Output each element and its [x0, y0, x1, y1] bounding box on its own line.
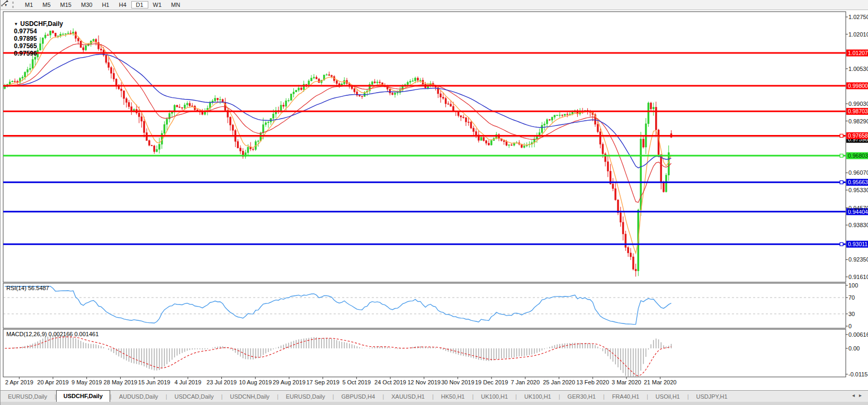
- ohlc-low-value: 0.97565: [14, 42, 37, 50]
- date-tick-label: 20 Apr 2019: [37, 379, 68, 385]
- price-tick-label: 0.99030: [848, 101, 868, 107]
- date-tick-label: 7 Jan 2020: [511, 379, 540, 385]
- macd-axis: 0.0061670.00-0.011531: [846, 331, 868, 377]
- price-tick-label: 1.02750: [848, 14, 868, 20]
- date-tick-label: 13 Feb 2020: [576, 379, 609, 385]
- date-tick-label: 15 Jun 2019: [138, 379, 171, 385]
- chart-tab-ger30-h1[interactable]: GER30,H1: [560, 391, 603, 402]
- chart-tab-usoil-h1[interactable]: USOil,H1: [648, 391, 687, 402]
- price-tick-label: 0.95330: [848, 187, 868, 193]
- price-tick-label: 0.98290: [848, 118, 868, 124]
- macd-panel: [3, 329, 846, 377]
- chart-symbol-label: USDCHF,Daily: [20, 20, 63, 28]
- macd-indicator-label: MACD(12,26,9) 0.002166 0.001461: [6, 331, 99, 337]
- rsi-tick-label: 0: [848, 323, 852, 329]
- rsi-value: 56.5487: [28, 285, 49, 291]
- tab-scroll-left-icon[interactable]: ◂: [852, 392, 859, 398]
- ohlc-close-value: 0.97596: [14, 50, 37, 57]
- date-tick-label: 24 Oct 2019: [374, 379, 406, 385]
- date-tick-label: 28 May 2019: [104, 379, 138, 385]
- macd-tick-label: 0.00: [848, 345, 860, 352]
- date-tick-label: 3 Mar 2020: [612, 379, 641, 385]
- rsi-tick-label: 30: [848, 311, 855, 317]
- price-tick-label: 0.91610: [848, 274, 868, 280]
- chart-tab-eurusd-daily[interactable]: EURUSD,Daily: [279, 391, 333, 402]
- date-tick-label: 12 Nov 2019: [408, 379, 441, 385]
- rsi-axis: 10070300: [846, 282, 858, 329]
- chart-tab-usdcad-daily[interactable]: USDCAD,Daily: [167, 391, 221, 402]
- collapse-chart-icon[interactable]: ▼: [14, 22, 18, 26]
- date-tick-label: 10 Aug 2019: [239, 379, 272, 385]
- svg-text:0.93011: 0.93011: [848, 241, 867, 247]
- date-tick-label: 25 Jan 2020: [543, 379, 575, 385]
- macd-tick-label: 0.006167: [848, 331, 868, 338]
- chart-title: ▼USDCHF,Daily 0.97754 0.97895 0.97565 0.…: [7, 13, 63, 65]
- chart-tab-hk50-h1[interactable]: HK50,H1: [434, 391, 472, 402]
- date-tick-label: 23 Jul 2019: [207, 379, 237, 385]
- rsi-tick-label: 70: [848, 294, 855, 301]
- chart-tab-uk100-h1[interactable]: UK100,H1: [473, 391, 515, 402]
- svg-text:0.98703: 0.98703: [848, 108, 868, 114]
- price-tick-label: 1.00530: [848, 66, 868, 72]
- date-tick-label: 5 Oct 2019: [342, 379, 371, 385]
- price-tick-label: 0.96070: [848, 169, 868, 176]
- mt4-window: ▾ M1M5M15M30H1H4D1W1MN 0.975961.012070.9…: [0, 0, 868, 405]
- chart-tab-xauusd-h1[interactable]: XAUUSD,H1: [384, 391, 432, 402]
- svg-text:0.99800: 0.99800: [848, 83, 868, 89]
- rsi-indicator-label: RSI(14) 56.5487: [6, 285, 49, 291]
- date-tick-label: 19 Dec 2019: [475, 379, 508, 385]
- chart-tab-audusd-daily[interactable]: AUDUSD,Daily: [112, 391, 166, 402]
- svg-text:0.97658: 0.97658: [848, 132, 868, 139]
- ohlc-open-value: 0.97754: [14, 28, 37, 35]
- chart-tab-usdchf-daily[interactable]: USDCHF,Daily: [56, 390, 110, 402]
- tab-scroll-right-icon[interactable]: ▸: [859, 392, 866, 398]
- svg-text:0.95663: 0.95663: [848, 179, 868, 185]
- hline-handle[interactable]: [840, 181, 843, 184]
- chart-tab-gbpusd-h4[interactable]: GBPUSD,H4: [334, 391, 383, 402]
- chart-tab-usdcnh-daily[interactable]: USDCNH,Daily: [222, 391, 277, 402]
- chart-tab-uk100-h1[interactable]: UK100,H1: [517, 391, 559, 402]
- ohlc-high-value: 0.97895: [14, 35, 37, 42]
- macd-signal-value: 0.001461: [74, 331, 99, 337]
- date-axis[interactable]: 2 Apr 201920 Apr 20199 May 201928 May 20…: [5, 377, 677, 385]
- price-axis: 0.975961.012070.998000.987030.976580.968…: [846, 14, 868, 280]
- date-tick-label: 2 Apr 2019: [5, 379, 33, 385]
- price-chart-canvas: 0.975961.012070.998000.987030.976580.968…: [1, 0, 868, 405]
- chart-tab-usdjpy-h1[interactable]: USDJPY,H1: [689, 391, 735, 402]
- macd-tick-label: -0.011531: [848, 371, 868, 377]
- hline-handle[interactable]: [840, 154, 843, 157]
- svg-text:0.96803: 0.96803: [848, 152, 868, 159]
- tab-scroll-buttons: ◂▸: [852, 392, 866, 398]
- date-tick-label: 17 Sep 2019: [306, 379, 339, 385]
- chart-tab-fra40-h1[interactable]: FRA40,H1: [605, 391, 647, 402]
- date-tick-label: 30 Nov 2019: [441, 379, 474, 385]
- rsi-panel: [3, 283, 846, 328]
- price-tick-label: 1.02010: [848, 31, 868, 38]
- chart-tab-eurusd-daily[interactable]: EURUSD,Daily: [1, 391, 55, 402]
- hline-handle[interactable]: [840, 134, 843, 137]
- date-tick-label: 4 Jul 2019: [174, 379, 201, 385]
- date-tick-label: 9 May 2019: [71, 379, 102, 385]
- rsi-tick-label: 100: [848, 282, 858, 289]
- date-tick-label: 21 Mar 2020: [644, 379, 677, 385]
- price-tick-label: 0.93830: [848, 222, 868, 228]
- price-tick-label: 0.94570: [848, 205, 868, 211]
- chart-tab-bar: EURUSD,Daily|USDCHF,Daily|AUDUSD,Daily|U…: [1, 390, 868, 402]
- date-tick-label: 29 Aug 2019: [273, 379, 306, 385]
- macd-main-value: 0.002166: [48, 331, 73, 337]
- svg-text:1.01207: 1.01207: [848, 50, 868, 56]
- hline-handle[interactable]: [840, 242, 843, 246]
- price-tick-label: 0.92350: [848, 256, 868, 263]
